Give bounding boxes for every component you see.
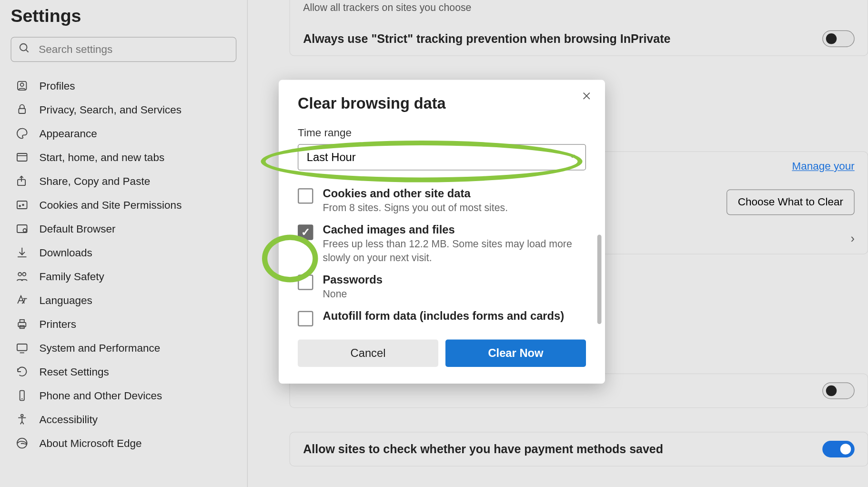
- option-title: Autofill form data (includes forms and c…: [323, 310, 565, 323]
- cancel-button[interactable]: Cancel: [298, 339, 438, 367]
- clear-browsing-data-dialog: Clear browsing data Time range Last Hour…: [279, 80, 605, 384]
- option-cached[interactable]: Cached images and files Frees up less th…: [298, 223, 586, 265]
- dialog-title: Clear browsing data: [298, 94, 586, 113]
- close-button[interactable]: [579, 88, 595, 104]
- dialog-overlay: Clear browsing data Time range Last Hour…: [0, 0, 868, 487]
- option-title: Passwords: [323, 274, 383, 287]
- option-title: Cached images and files: [323, 223, 586, 237]
- option-autofill[interactable]: Autofill form data (includes forms and c…: [298, 310, 586, 326]
- option-cookies[interactable]: Cookies and other site data From 8 sites…: [298, 187, 586, 215]
- dialog-scrollbar-thumb[interactable]: [597, 235, 602, 325]
- option-desc: Frees up less than 12.2 MB. Some sites m…: [323, 238, 586, 265]
- option-passwords[interactable]: Passwords None: [298, 274, 586, 302]
- checkbox-passwords[interactable]: [298, 274, 313, 290]
- chevron-down-icon: [567, 151, 577, 164]
- option-title: Cookies and other site data: [323, 187, 508, 201]
- time-range-label: Time range: [298, 127, 586, 139]
- option-desc: From 8 sites. Signs you out of most site…: [323, 202, 508, 215]
- time-range-value: Last Hour: [307, 151, 356, 164]
- option-desc: None: [323, 288, 383, 302]
- checkbox-cookies[interactable]: [298, 188, 313, 204]
- clear-now-button[interactable]: Clear Now: [445, 339, 586, 367]
- time-range-select[interactable]: Last Hour: [298, 144, 586, 171]
- checkbox-autofill[interactable]: [298, 311, 313, 326]
- checkbox-cached[interactable]: [298, 224, 313, 240]
